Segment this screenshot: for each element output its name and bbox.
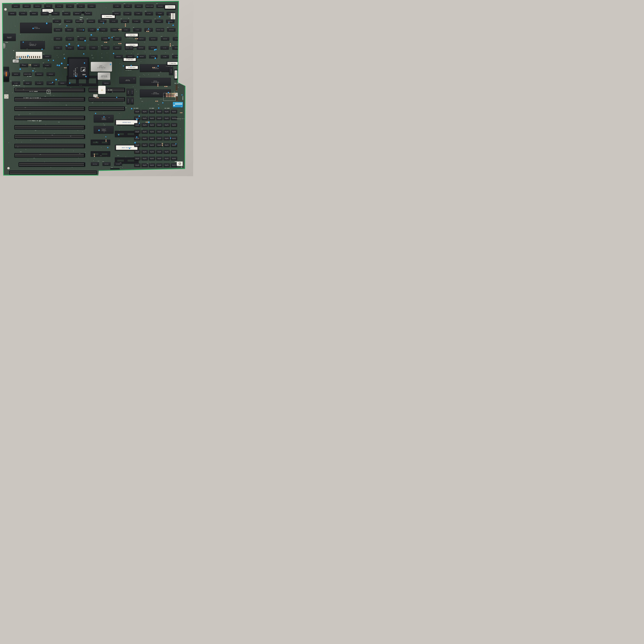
ram-chip: MT 1259-128951 D USA	[134, 163, 140, 167]
logic-ic-chip: 74F74 PC	[130, 89, 134, 96]
logic-ic-chip: M74ALS74AP	[126, 55, 134, 58]
dip-switch-slider[interactable]	[181, 103, 182, 105]
via-pad	[103, 123, 104, 124]
logic-ic-chip: 74F257APC	[62, 12, 70, 15]
dip-switch-slider[interactable]	[181, 103, 181, 105]
dip-switch-slider[interactable]	[173, 105, 174, 106]
chip-marking: 75174 PC	[68, 38, 71, 39]
cpu-plcc-socket: © INTEL 1982 N80L286-12/S 8747PP AMD	[67, 57, 89, 79]
resistor	[146, 122, 149, 123]
logic-ic-chip: 74F175 PC	[55, 4, 63, 8]
isa-slot-segment-62pin[interactable]	[14, 144, 85, 148]
chip-marking: 74F139 PC	[113, 29, 117, 30]
isa-slot-segment-62pin[interactable]	[14, 125, 85, 129]
speaker-header-j1	[176, 96, 178, 101]
silk-ref-designator: C64	[135, 36, 136, 37]
via-pad	[150, 54, 151, 54]
motherboard: J6 M5L8042-126P752104 MC146818APQL 4A46D…	[1, 1, 192, 175]
isa-slot-segment-36pin[interactable]	[89, 97, 125, 101]
silk-ref-designator: B1	[128, 18, 129, 19]
photo-scene: J6 M5L8042-126P752104 MC146818APQL 4A46D…	[0, 0, 193, 176]
keyboard-din-connector	[1, 67, 9, 82]
via-pad	[6, 49, 6, 49]
via-pad	[21, 142, 22, 142]
logic-ic-chip: 74F08 PC	[54, 46, 62, 49]
dip-switch-slider[interactable]	[176, 103, 177, 105]
silk-ref-designator: D4	[27, 48, 28, 49]
ram-chip-marking: MT 1259-108822 B USA	[150, 118, 154, 119]
silk-ref-designator: U129	[124, 3, 125, 4]
dip-switch-slider[interactable]	[175, 103, 176, 105]
chip-marking: SN74LS02N	[67, 29, 71, 30]
via-pad	[103, 113, 104, 113]
chip-marking: 74F139 PC	[80, 47, 84, 48]
dip-switch[interactable]: 12345678910 ON	[173, 102, 183, 107]
chip-marking: 74F00 PC	[132, 99, 132, 102]
via-pad	[145, 52, 145, 52]
logic-ic-chip: M74ALS00AP	[23, 4, 31, 8]
silk-ref-designator: R49	[66, 105, 67, 105]
ceramic-capacitor	[69, 83, 70, 84]
logic-ic-chip: M74ALS74AP	[33, 4, 41, 8]
logic-ic-chip: SN74LS02N	[138, 55, 146, 58]
din-contact	[6, 72, 7, 76]
isa-slot-segment-62pin[interactable]	[14, 153, 85, 157]
dip-switch-slider[interactable]	[180, 103, 180, 105]
silk-ref-designator: U73	[35, 71, 36, 72]
ceramic-capacitor	[159, 16, 160, 17]
isa-slot-segment-62pin[interactable]	[9, 171, 97, 175]
eprom-ptm9: PTM-1200A- 9	[164, 4, 176, 10]
chip-marking: ©MITSUBISHI	[101, 129, 106, 129]
silk-ref-designator: C97	[33, 158, 35, 158]
silk-bank3: BANK3 U36	[133, 108, 138, 109]
via-pad	[143, 74, 144, 75]
isa-slot-segment-62pin[interactable]	[19, 162, 85, 167]
ceramic-capacitor	[97, 29, 99, 30]
ram-chip: MT 1259-108822 B USA	[149, 123, 155, 127]
dip-switch-sliders[interactable]	[173, 103, 182, 106]
isa-slot-segment-62pin[interactable]	[14, 134, 85, 139]
isa-slot-segment-36pin[interactable]	[89, 88, 125, 92]
dip-switch-numbers: 12345678910	[173, 102, 182, 103]
ram-chip: MT 1259-128951 D USA	[134, 150, 140, 154]
cpu-date-code: 8747PP	[77, 73, 78, 77]
via-pad	[121, 127, 122, 127]
dip-switch-slider[interactable]	[174, 105, 175, 106]
chip-marking: DM74S32N	[32, 13, 36, 14]
ram-chip-marking: MT 1259-108822 B USA	[158, 158, 161, 159]
dip-switch-slider[interactable]	[179, 103, 179, 105]
dip-switch-slider[interactable]	[178, 103, 179, 105]
isa-slot-segment-36pin[interactable]	[89, 106, 125, 111]
via-pad	[43, 133, 43, 133]
logic-ic-chip: 74F240 PC	[52, 12, 60, 15]
ceramic-capacitor	[52, 82, 53, 83]
via-pad	[183, 59, 183, 59]
logic-ic-chip: M74ALS74AP	[91, 162, 99, 166]
resistor-network	[110, 168, 120, 170]
resistor	[94, 154, 95, 157]
eprom-sticker: PTM-1200A- 1	[44, 10, 51, 12]
silk-ref-designator: C76	[25, 107, 26, 108]
ram-chip-marking: MT 1259-108822 B USA	[150, 111, 154, 112]
via-pad	[180, 69, 180, 69]
logic-ic-chip: M74ALS74AP	[54, 28, 62, 31]
chip-marking: SN74LS02N	[46, 6, 50, 6]
ceramic-capacitor	[131, 65, 132, 66]
silk-j5: J5	[85, 12, 86, 13]
isa-slot-segment-62pin[interactable]	[14, 116, 85, 120]
chip-marking: HD74LS51P	[56, 38, 60, 39]
via-pad	[119, 140, 120, 140]
ram-chip: MT 1259-108822 B USA	[156, 137, 162, 140]
chip-marking: 74F240 PC	[103, 38, 107, 39]
dtk-low-sticker: A2 DTK LOW	[122, 147, 132, 148]
chip-marking: 75174 PC	[112, 21, 115, 22]
dip-switch-slider[interactable]	[177, 103, 178, 105]
ram-chip-marking: MT 1259-128951 D USA	[135, 151, 139, 152]
ceramic-capacitor	[84, 40, 86, 41]
ram-chip: MT 1259-108822 B USA	[164, 143, 170, 147]
silk-ref-designator: R75	[33, 121, 34, 121]
chip-marking: M74LS04AP	[66, 21, 70, 22]
chip-marking: DM74S32N	[26, 83, 29, 83]
logic-ic-chip: DM74S32N	[30, 12, 38, 15]
ram-chip: MT 1259-108822 B USA	[156, 163, 162, 167]
